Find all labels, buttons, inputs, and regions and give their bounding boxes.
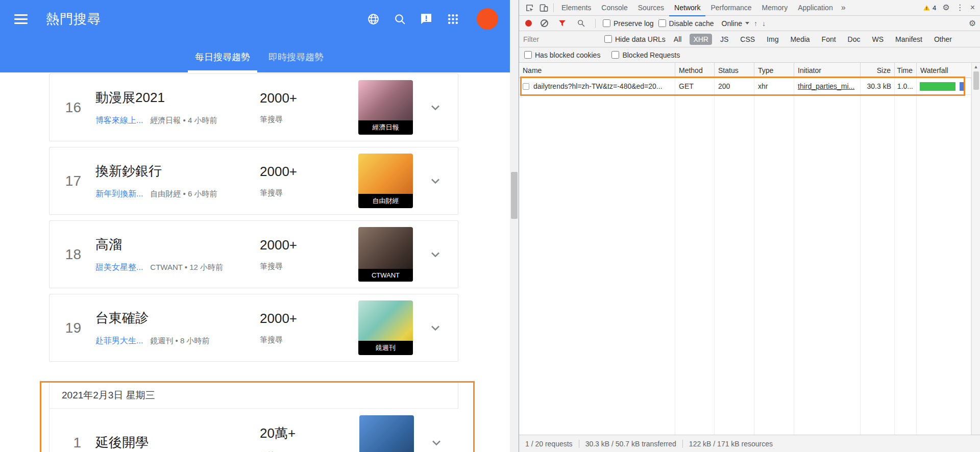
grid-column-line bbox=[917, 78, 971, 435]
export-har-icon[interactable]: ↓ bbox=[762, 20, 766, 27]
device-toolbar-icon[interactable] bbox=[536, 1, 551, 14]
filter-type-doc[interactable]: Doc bbox=[844, 34, 864, 45]
trends-header: 熱門搜尋 每日搜尋 bbox=[0, 0, 519, 72]
filter-toggle-icon[interactable] bbox=[555, 17, 569, 30]
trend-thumbnail[interactable]: 經濟日報 bbox=[358, 80, 413, 135]
hide-data-urls-checkbox[interactable]: Hide data URLs bbox=[604, 35, 666, 43]
request-type: xhr bbox=[754, 78, 794, 94]
settings-gear-icon[interactable]: ⚙ bbox=[942, 4, 949, 12]
expand-chevron-icon[interactable] bbox=[413, 174, 458, 188]
column-header-type[interactable]: Type bbox=[754, 63, 794, 78]
tab-application[interactable]: Application bbox=[793, 0, 838, 16]
related-article-link[interactable]: 博客來線上... bbox=[95, 115, 143, 126]
close-devtools-icon[interactable]: × bbox=[970, 4, 975, 12]
search-count: 20萬+ bbox=[260, 424, 336, 442]
related-article-link[interactable]: 新年到換新... bbox=[95, 189, 143, 199]
related-article-link[interactable]: 甜美女星整... bbox=[95, 262, 143, 273]
search-icon[interactable] bbox=[393, 12, 406, 26]
devtools-menu-icon[interactable]: ⋮ bbox=[956, 4, 964, 12]
disable-cache-checkbox-input[interactable] bbox=[658, 19, 666, 27]
feedback-icon[interactable] bbox=[420, 12, 433, 26]
tab-memory[interactable]: Memory bbox=[757, 0, 793, 16]
filter-input[interactable] bbox=[523, 35, 600, 43]
trend-card: 19 台東確診 赴菲男大生... 鏡週刊 • 8 小時前 2000+ 筆搜尋 鏡… bbox=[49, 294, 458, 362]
throttling-value: Online bbox=[722, 19, 742, 28]
expand-chevron-icon[interactable] bbox=[413, 321, 458, 335]
trend-title: 延後開學 bbox=[95, 434, 260, 451]
hide-data-urls-checkbox-input[interactable] bbox=[604, 35, 612, 43]
column-header-status[interactable]: Status bbox=[715, 63, 754, 78]
requests-count: 1 / 20 requests bbox=[525, 440, 573, 448]
filter-type-media[interactable]: Media bbox=[787, 34, 813, 45]
preserve-log-checkbox[interactable]: Preserve log bbox=[603, 19, 654, 28]
search-requests-icon[interactable] bbox=[574, 17, 588, 30]
column-header-method[interactable]: Method bbox=[675, 63, 715, 78]
related-article-link[interactable]: 赴菲男大生... bbox=[95, 336, 143, 346]
filter-type-ws[interactable]: WS bbox=[869, 34, 888, 45]
column-header-name[interactable]: Name bbox=[519, 63, 675, 78]
table-body: dailytrends?hl=zh-TW&tz=-480&ed=20... GE… bbox=[519, 78, 971, 435]
expand-chevron-icon[interactable] bbox=[414, 436, 459, 450]
preserve-log-checkbox-input[interactable] bbox=[603, 19, 610, 27]
tab-sources[interactable]: Sources bbox=[633, 0, 669, 16]
column-header-time[interactable]: Time bbox=[895, 63, 917, 78]
avatar[interactable] bbox=[477, 8, 498, 30]
divider bbox=[595, 19, 596, 28]
trend-thumbnail[interactable]: 鏡週刊 bbox=[358, 300, 413, 355]
has-blocked-cookies-checkbox-input[interactable] bbox=[524, 51, 532, 59]
trend-count-block: 2000+ 筆搜尋 bbox=[260, 90, 336, 124]
request-initiator-link[interactable]: third_parties_mi... bbox=[798, 82, 854, 90]
apps-grid-icon[interactable] bbox=[446, 12, 459, 26]
trend-thumbnail[interactable] bbox=[359, 415, 414, 452]
filter-type-all[interactable]: All bbox=[670, 34, 685, 45]
expand-chevron-icon[interactable] bbox=[413, 247, 458, 262]
filter-type-manifest[interactable]: Manifest bbox=[892, 34, 926, 45]
language-globe-icon[interactable] bbox=[366, 12, 380, 26]
throttling-select[interactable]: Online bbox=[722, 19, 749, 28]
warning-count: 4 bbox=[933, 4, 936, 12]
tab-realtime-trends[interactable]: 即時搜尋趨勢 bbox=[259, 51, 333, 72]
blocked-requests-checkbox[interactable]: Blocked Requests bbox=[611, 51, 680, 59]
menu-icon[interactable] bbox=[14, 14, 28, 24]
column-header-size[interactable]: Size bbox=[861, 63, 895, 78]
disable-cache-checkbox[interactable]: Disable cache bbox=[658, 19, 714, 28]
more-tabs-icon[interactable]: » bbox=[838, 3, 849, 12]
tab-daily-trends[interactable]: 每日搜尋趨勢 bbox=[186, 51, 259, 72]
search-count-unit: 筆搜尋 bbox=[260, 262, 336, 271]
page-scrollbar-thumb[interactable] bbox=[511, 172, 518, 219]
network-scrollbar[interactable]: ▲ bbox=[971, 63, 980, 435]
clear-requests-icon[interactable] bbox=[541, 19, 548, 27]
filter-type-xhr[interactable]: XHR bbox=[690, 34, 712, 45]
trend-title: 動漫展2021 bbox=[95, 89, 260, 107]
tab-network[interactable]: Network bbox=[669, 0, 705, 16]
network-request-row[interactable]: dailytrends?hl=zh-TW&tz=-480&ed=20... GE… bbox=[519, 78, 971, 95]
issues-warning-badge[interactable]: 4 bbox=[923, 4, 936, 12]
filter-type-other[interactable]: Other bbox=[930, 34, 955, 45]
expand-chevron-icon[interactable] bbox=[413, 101, 458, 115]
trend-thumbnail[interactable]: CTWANT bbox=[358, 227, 413, 282]
has-blocked-cookies-checkbox[interactable]: Has blocked cookies bbox=[524, 51, 600, 59]
record-button[interactable] bbox=[525, 20, 532, 27]
network-scrollbar-thumb[interactable] bbox=[973, 71, 979, 90]
trend-count-block: 2000+ 筆搜尋 bbox=[260, 311, 336, 345]
request-time: 1.0... bbox=[895, 78, 917, 94]
scroll-up-icon[interactable]: ▲ bbox=[974, 65, 978, 69]
trend-title: 換新鈔銀行 bbox=[95, 162, 260, 180]
filter-type-font[interactable]: Font bbox=[818, 34, 840, 45]
inspect-element-icon[interactable] bbox=[522, 1, 536, 14]
trend-thumbnail[interactable]: 自由財經 bbox=[358, 154, 413, 208]
request-doc-icon bbox=[523, 83, 529, 90]
trends-header-top: 熱門搜尋 bbox=[0, 0, 519, 38]
tab-performance[interactable]: Performance bbox=[705, 0, 756, 16]
network-settings-gear-icon[interactable]: ⚙ bbox=[969, 19, 976, 28]
filter-type-js[interactable]: JS bbox=[717, 34, 732, 45]
column-header-initiator[interactable]: Initiator bbox=[794, 63, 861, 78]
column-header-waterfall[interactable]: Waterfall bbox=[917, 63, 980, 78]
tab-console[interactable]: Console bbox=[596, 0, 632, 16]
page-scrollbar[interactable] bbox=[510, 0, 519, 452]
import-har-icon[interactable]: ↑ bbox=[754, 20, 757, 27]
tab-elements[interactable]: Elements bbox=[556, 0, 596, 16]
filter-type-img[interactable]: Img bbox=[763, 34, 782, 45]
blocked-requests-checkbox-input[interactable] bbox=[611, 51, 619, 59]
filter-type-css[interactable]: CSS bbox=[737, 34, 758, 45]
